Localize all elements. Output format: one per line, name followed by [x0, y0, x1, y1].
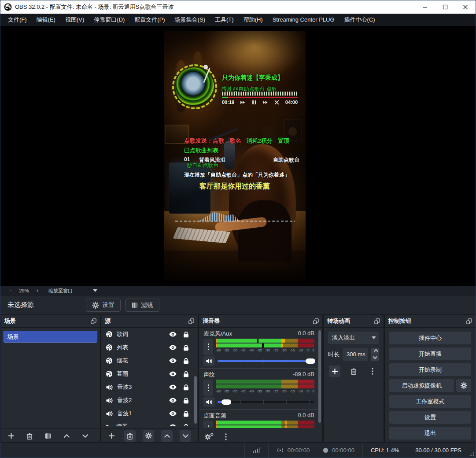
- remove-scene-button[interactable]: [24, 430, 35, 442]
- volume-slider-handle[interactable]: [306, 358, 315, 364]
- source-row-lyrics[interactable]: 歌词: [101, 328, 198, 341]
- zoom-dropdown-icon[interactable]: [93, 289, 97, 294]
- visibility-eye-icon[interactable]: [169, 397, 177, 403]
- remove-source-button[interactable]: [124, 430, 136, 442]
- plugin-center-button[interactable]: 插件中心: [389, 332, 471, 344]
- lock-icon[interactable]: [183, 397, 189, 404]
- menu-scene-collection[interactable]: 场景集合(S): [170, 14, 210, 26]
- scene-move-down-button[interactable]: [79, 430, 91, 442]
- lock-icon[interactable]: [183, 331, 189, 338]
- spinner-down-button[interactable]: [371, 355, 379, 361]
- menu-file[interactable]: 文件(F): [3, 14, 32, 26]
- start-recording-button[interactable]: 开始录制: [389, 363, 471, 376]
- transition-select[interactable]: 淡入淡出: [328, 332, 379, 344]
- popout-icon[interactable]: [188, 318, 194, 324]
- popout-icon[interactable]: [91, 318, 96, 324]
- source-row-wave2[interactable]: 音波2: [101, 394, 198, 407]
- source-row-wave1[interactable]: 音波1: [101, 407, 198, 420]
- vinyl-widget: [174, 66, 215, 107]
- lock-icon[interactable]: [183, 410, 189, 417]
- popout-icon[interactable]: [374, 318, 380, 324]
- source-row-fireworks[interactable]: 烟花: [101, 354, 198, 367]
- lock-icon[interactable]: [183, 384, 189, 391]
- source-row-wave3[interactable]: 音波3: [101, 380, 198, 394]
- remove-transition-button[interactable]: [348, 366, 359, 377]
- menu-profile[interactable]: 配置文件(P): [129, 14, 170, 26]
- preview-video[interactable]: 只为你着迷【李秉成】 感谢 @自助点歌台 点歌 00:19 04:00 点歌发送…: [164, 31, 306, 281]
- source-filters-button[interactable]: 滤镜: [125, 299, 159, 312]
- virtual-camera-config-button[interactable]: [456, 379, 471, 392]
- source-label: 音波3: [117, 383, 165, 391]
- scene-filters-button[interactable]: [42, 430, 54, 442]
- lock-icon[interactable]: [183, 344, 189, 351]
- zoom-out-button[interactable]: −: [6, 288, 15, 293]
- volume-slider[interactable]: [218, 399, 314, 405]
- visibility-eye-icon[interactable]: [169, 358, 177, 364]
- source-row-background[interactable]: 背景: [101, 420, 198, 426]
- mute-toggle-button[interactable]: [203, 397, 215, 407]
- menu-tools[interactable]: 工具(T): [210, 14, 239, 26]
- visibility-eye-icon[interactable]: [169, 410, 177, 417]
- source-move-up-button[interactable]: [161, 430, 173, 442]
- mixer-scrollbar[interactable]: [318, 330, 321, 423]
- source-row-rain[interactable]: 暮雨: [101, 367, 198, 380]
- visibility-eye-icon[interactable]: [169, 331, 177, 337]
- button-label: 插件中心: [419, 334, 442, 342]
- button-label: 退出: [424, 429, 436, 437]
- add-transition-button[interactable]: [329, 366, 340, 377]
- mute-toggle-button[interactable]: [203, 356, 215, 366]
- advanced-audio-icon[interactable]: [204, 433, 214, 441]
- visibility-eye-icon[interactable]: [169, 384, 177, 390]
- channel-menu-button[interactable]: [203, 380, 213, 396]
- source-settings-button[interactable]: 设置: [86, 299, 121, 312]
- zoom-fit-label[interactable]: 缩放至窗口: [48, 288, 73, 294]
- visibility-eye-icon[interactable]: [169, 344, 177, 351]
- visibility-eye-icon[interactable]: [169, 424, 177, 427]
- duration-input[interactable]: 300 ms: [343, 348, 368, 361]
- source-move-down-button[interactable]: [180, 430, 191, 442]
- menu-docks[interactable]: 停靠窗口(D): [89, 14, 129, 26]
- menu-streaming-center-plug[interactable]: Streaming Center PLUG: [268, 14, 339, 26]
- channel-menu-button[interactable]: [203, 339, 213, 355]
- mixer-menu-icon[interactable]: [225, 433, 227, 440]
- minimize-button[interactable]: [415, 0, 435, 14]
- exit-button[interactable]: 退出: [389, 427, 471, 440]
- record-status-icon: [323, 447, 328, 453]
- preview-canvas[interactable]: 只为你着迷【李秉成】 感谢 @自助点歌台 点歌 00:19 04:00 点歌发送…: [0, 26, 476, 286]
- scene-item-selected[interactable]: 场景: [4, 331, 97, 343]
- channel-menu-button[interactable]: [203, 421, 213, 428]
- popout-icon[interactable]: [466, 318, 472, 324]
- resize-grip[interactable]: [469, 443, 476, 458]
- settings-button[interactable]: 设置: [389, 411, 471, 424]
- gear-icon: [92, 302, 99, 309]
- lock-icon[interactable]: [183, 371, 189, 377]
- studio-mode-button[interactable]: 工作室模式: [389, 395, 471, 408]
- source-row-list[interactable]: 列表: [101, 341, 198, 354]
- scene-move-up-button[interactable]: [61, 430, 72, 442]
- volume-slider[interactable]: [218, 358, 314, 364]
- maximize-button[interactable]: [435, 0, 455, 14]
- close-button[interactable]: [455, 0, 476, 14]
- start-streaming-button[interactable]: 开始直播: [389, 347, 471, 360]
- start-virtual-camera-button[interactable]: 启动虚拟摄像机: [389, 379, 454, 392]
- lock-icon[interactable]: [183, 358, 189, 364]
- zoom-in-button[interactable]: +: [32, 288, 42, 293]
- add-source-button[interactable]: [106, 430, 117, 442]
- transition-properties-button[interactable]: [367, 366, 378, 377]
- menu-plugin-center[interactable]: 插件中心(C): [339, 14, 380, 26]
- channel-db-value: 0.0 dB: [298, 412, 314, 420]
- fps-value: 30.00 / 30.00 FPS: [415, 447, 461, 454]
- volume-slider-handle[interactable]: [221, 399, 231, 405]
- sources-scrollbar[interactable]: [194, 376, 197, 424]
- source-properties-button[interactable]: [143, 430, 154, 442]
- button-label: 工作室模式: [416, 398, 445, 406]
- spinner-up-button[interactable]: [371, 348, 379, 354]
- menu-help[interactable]: 帮助(H): [239, 14, 268, 26]
- popout-icon[interactable]: [313, 318, 319, 324]
- mixer-header: 混音器: [199, 315, 322, 328]
- lock-icon[interactable]: [183, 424, 189, 427]
- menu-view[interactable]: 视图(V): [60, 14, 89, 26]
- visibility-eye-icon[interactable]: [169, 371, 177, 377]
- add-scene-button[interactable]: [5, 430, 17, 442]
- menu-edit[interactable]: 编辑(E): [32, 14, 60, 26]
